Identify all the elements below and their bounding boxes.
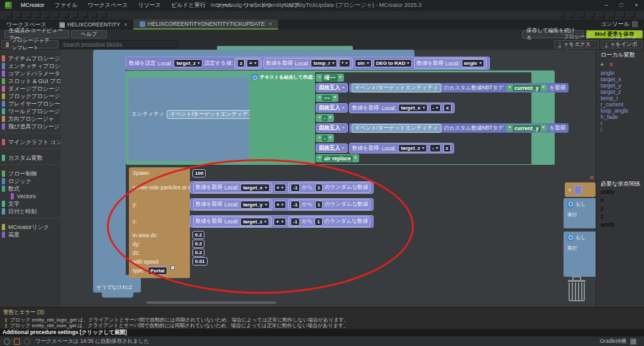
math-group[interactable]: z + xyxy=(235,58,262,69)
coord-z-chip[interactable]: z xyxy=(237,59,245,67)
variable-dropdown[interactable]: temp_r xyxy=(311,59,337,67)
sidebar-category[interactable]: 文字 xyxy=(0,200,60,208)
text-block[interactable]: “傾~~” xyxy=(316,74,344,82)
sidebar-category[interactable]: フロー制御 xyxy=(0,170,60,177)
operator-dropdown[interactable]: + xyxy=(247,59,259,67)
coord-chip[interactable]: x xyxy=(443,104,451,112)
action-icon[interactable] xyxy=(619,12,625,18)
variable-item[interactable]: temp_r xyxy=(601,95,644,101)
sidebar-category[interactable]: スロット & GUI プロシージャ xyxy=(0,77,60,85)
additional-settings-bar[interactable]: Additional procedure settings [クリックして展開] xyxy=(0,329,644,336)
text-join-block[interactable]: テキストを結合して作成: xyxy=(250,72,315,164)
minimize-button[interactable]: – xyxy=(599,0,614,11)
close-icon[interactable]: × xyxy=(590,174,594,181)
sidebar-category[interactable]: MCreatorリンク xyxy=(0,223,60,231)
search-input[interactable] xyxy=(60,40,178,48)
operator-dropdown[interactable]: * xyxy=(339,59,350,67)
tab-entity[interactable]: HELIXCOREENTITY × xyxy=(53,20,133,30)
operator-dropdown[interactable]: - xyxy=(430,144,441,152)
round-dropdown[interactable]: 四捨五入 xyxy=(316,103,348,113)
quick-toolbar-icon[interactable] xyxy=(16,12,22,18)
entity-command-inset[interactable]: エンティティ イベント/ターゲットエンティティ でコマンド / xyxy=(128,77,249,161)
text-block[interactable]: “-” xyxy=(316,134,334,142)
quick-toolbar-icon[interactable] xyxy=(35,12,41,18)
sidebar-category[interactable]: 数式 xyxy=(0,185,60,193)
blockly-canvas[interactable]: そうでなければ 数値を設定 Local: target_z 設定する値: z +… xyxy=(60,50,596,307)
close-button[interactable]: × xyxy=(629,0,644,11)
sin-dropdown[interactable]: sin xyxy=(355,59,372,67)
variable-item[interactable]: r_current xyxy=(601,101,644,108)
settings-gear-icon[interactable] xyxy=(24,338,30,345)
sidebar-category[interactable]: アイテムプロシージャ xyxy=(0,55,60,62)
sidebar-category[interactable]: Vectors xyxy=(0,193,60,200)
close-tab-icon[interactable]: × xyxy=(269,21,272,27)
close-tab-icon[interactable]: × xyxy=(124,21,127,28)
clipped-if-block[interactable]: もし 実行 xyxy=(564,198,596,228)
sidebar-category[interactable]: 方向プロシージャ xyxy=(0,115,60,123)
menu-item[interactable]: ファイル xyxy=(50,0,83,11)
sidebar-category[interactable]: マインクラフト コンポーネント xyxy=(0,138,60,146)
text-block[interactable]: “current_y” xyxy=(506,125,547,131)
coord-chip[interactable]: z xyxy=(443,144,451,152)
quick-toolbar-icon[interactable] xyxy=(44,12,50,18)
sidebar-category[interactable]: コマンドパラメーター xyxy=(0,70,60,77)
variable-item[interactable]: target_y xyxy=(601,82,644,89)
nbt-get-block[interactable]: イベント/ターゲットエンティティ のカスタム数値NBTタグ “current_y… xyxy=(349,123,569,133)
get-variable-block[interactable]: 数値を取得 Local: target_z - z xyxy=(349,143,454,153)
nbt-get-block[interactable]: イベント/ターゲットエンティティ のカスタム数値NBTタグ “current_y… xyxy=(349,83,569,92)
round-dropdown[interactable]: 四捨五入 xyxy=(316,83,348,92)
action-icon[interactable] xyxy=(599,12,605,18)
sidebar-category[interactable]: ワールドプロシージャ xyxy=(0,108,60,115)
tab-procedure[interactable]: HELIXCOREENTITYONENTITYTICKUPDATE × xyxy=(133,20,278,30)
info-icon[interactable] xyxy=(4,338,10,345)
clipped-if-block[interactable]: もし 実行 xyxy=(564,232,596,277)
variable-dropdown[interactable]: target_z xyxy=(398,144,427,152)
deg-to-rad-dropdown[interactable]: DEG to RAD xyxy=(374,59,413,67)
get-variable-group[interactable]: 数値を取得 Local: angle xyxy=(414,58,486,69)
quick-toolbar-icon[interactable] xyxy=(82,12,88,18)
action-icon[interactable] xyxy=(558,12,565,18)
menu-item[interactable]: ワークスペース xyxy=(82,0,133,11)
clipped-tan-block[interactable]: x xyxy=(565,182,596,197)
sidebar-category[interactable]: ダメージプロシージャ xyxy=(0,85,60,92)
menu-item[interactable]: MCreator xyxy=(16,0,50,11)
gear-icon[interactable] xyxy=(567,201,574,208)
connection-icon[interactable] xyxy=(14,338,20,345)
round-dropdown[interactable]: 四捨五入 xyxy=(316,143,348,153)
variable-item[interactable]: i xyxy=(601,126,644,133)
trash-icon[interactable] xyxy=(565,276,588,303)
text-block[interactable]: “current_y” xyxy=(506,84,547,91)
sidebar-category[interactable]: 高度 xyxy=(0,231,60,238)
get-variable-block[interactable]: 数値を取得 Local: target_x - x xyxy=(349,103,455,113)
operator-dropdown[interactable]: - xyxy=(430,104,441,112)
quick-toolbar-icon[interactable] xyxy=(72,12,79,18)
event-target-entity-block[interactable]: イベント/ターゲットエンティティ xyxy=(167,110,257,119)
quick-toolbar-icon[interactable] xyxy=(63,12,69,18)
variable-item[interactable]: angle xyxy=(601,70,644,76)
quick-toolbar-icon[interactable] xyxy=(91,12,97,18)
variable-item[interactable]: h_fade xyxy=(601,114,644,120)
sidebar-category[interactable]: カスタム変数 xyxy=(0,154,60,162)
action-icon[interactable] xyxy=(609,12,615,18)
quick-toolbar-icon[interactable] xyxy=(6,12,13,18)
round-dropdown[interactable]: 四捨五入 xyxy=(316,123,348,133)
import-procedure-button[interactable]: ↓ プロシージャをインポート xyxy=(601,40,643,48)
remove-variable-button[interactable]: × xyxy=(609,60,613,68)
event-target-entity-block[interactable]: イベント/ターゲットエンティティ xyxy=(352,124,441,133)
sidebar-category[interactable]: プレイヤープロシージャ xyxy=(0,100,60,108)
variable-dropdown[interactable]: target_z xyxy=(174,59,203,67)
action-icon[interactable] xyxy=(579,12,585,18)
menu-item[interactable]: リソース xyxy=(133,0,166,11)
sidebar-category[interactable]: 飛び道具プロシージャー xyxy=(0,123,60,130)
export-procedure-button[interactable]: ↓ プロシージャをエクスポート xyxy=(554,40,599,48)
variable-dropdown[interactable]: angle xyxy=(462,59,484,67)
variable-item[interactable]: target_x xyxy=(601,76,644,82)
quick-toolbar-icon[interactable] xyxy=(25,12,31,18)
help-button[interactable]: ヘルプ xyxy=(71,30,107,38)
sidebar-category[interactable]: ロジック xyxy=(0,177,60,185)
action-icon[interactable] xyxy=(629,12,635,18)
variable-item[interactable]: loop_angle xyxy=(601,108,644,114)
variable-item[interactable]: r xyxy=(601,120,644,126)
menu-item[interactable]: ビルドと実行 xyxy=(166,0,211,11)
action-icon[interactable] xyxy=(569,12,575,18)
